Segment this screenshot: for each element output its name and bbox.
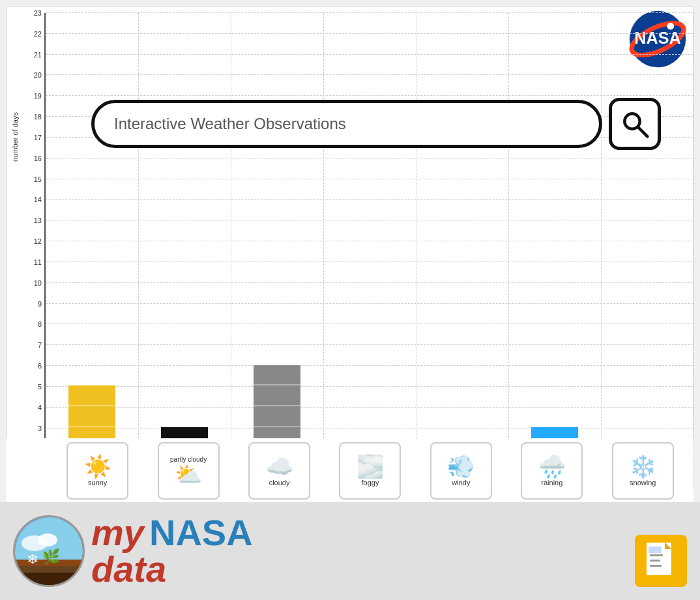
y-label-19: 19 [34,92,42,100]
y-label-22: 22 [34,30,42,38]
logo-circle: ❄ 🌿 [13,515,85,587]
logo-text: my NASA data [91,515,253,588]
weather-icon-box-raining[interactable]: 🌧️raining [521,442,583,500]
weather-icon-label-sunny: sunny [88,479,107,487]
weather-icon-label-raining: raining [541,479,562,487]
weather-icon-item-sunny: ☀️sunny [52,442,143,500]
logo-my: my [91,515,144,551]
bar-line [68,405,115,406]
weather-icon-item-snowing: ❄️snowing [598,442,688,500]
weather-icon-box-partly_cloudy[interactable]: partly cloudy⛅ [158,442,220,500]
weather-emoji-snowing: ❄️ [629,455,656,477]
y-axis-labels: 1234567891011121314151617181920212223 [25,13,43,490]
main-container: NASA number of days 12345678910111213141… [0,0,700,600]
weather-icon-item-foggy: 🌫️foggy [325,442,415,500]
weather-icon-item-partly_cloudy: partly cloudy⛅ [143,442,233,500]
bar-line [254,426,300,427]
svg-rect-9 [15,573,85,587]
bottom-branding: ❄ 🌿 my NASA data [0,502,700,600]
weather-icon-box-sunny[interactable]: ☀️sunny [66,442,128,500]
y-label-8: 8 [38,320,42,328]
my-nasa-data-logo: ❄ 🌿 my NASA data [13,515,253,588]
weather-emoji-sunny: ☀️ [84,455,111,477]
svg-line-5 [638,127,647,136]
bars-container [46,13,693,489]
search-button[interactable] [609,98,661,150]
logo-data: data [91,548,166,590]
weather-icon-box-cloudy[interactable]: ☁️cloudy [248,442,310,500]
weather-icon-item-windy: 💨windy [416,442,506,500]
logo-nasa: NASA [149,515,253,551]
weather-emoji-foggy: 🌫️ [357,455,384,477]
svg-text:❄: ❄ [27,551,38,567]
y-axis-title: number of days [11,112,19,162]
y-label-16: 16 [34,155,42,162]
y-label-6: 6 [38,362,42,370]
y-label-10: 10 [34,279,42,287]
weather-icon-box-foggy[interactable]: 🌫️foggy [339,442,401,500]
weather-emoji-raining: 🌧️ [538,455,566,477]
search-text: Interactive Weather Observations [114,115,346,133]
y-label-21: 21 [34,51,42,59]
y-label-17: 17 [34,134,42,142]
y-label-20: 20 [34,71,42,79]
weather-emoji-partly_cloudy: ⛅ [175,463,202,485]
bar-line [254,405,300,406]
weather-icon-item-cloudy: ☁️cloudy [234,442,325,500]
search-icon [620,110,650,139]
y-label-7: 7 [38,341,42,349]
search-bar[interactable]: Interactive Weather Observations [91,100,602,148]
y-label-5: 5 [38,383,42,391]
y-label-11: 11 [34,258,42,266]
v-grid-line-7 [693,13,694,490]
weather-icon-box-snowing[interactable]: ❄️snowing [612,442,674,500]
y-label-23: 23 [34,9,42,17]
y-label-3: 3 [38,425,42,432]
svg-text:🌿: 🌿 [42,548,61,565]
weather-icon-label-cloudy: cloudy [269,479,290,487]
y-axis-title-container: number of days [8,26,22,248]
svg-rect-21 [650,565,662,567]
y-label-4: 4 [38,404,42,412]
weather-icon-label-windy: windy [452,479,470,487]
y-label-12: 12 [34,237,42,245]
weather-icon-label-snowing: snowing [630,479,656,487]
search-overlay: Interactive Weather Observations [91,98,661,150]
slides-icon [643,541,679,580]
weather-icon-item-raining: 🌧️raining [506,442,597,500]
weather-emoji-cloudy: ☁️ [266,455,293,477]
y-label-13: 13 [34,217,42,224]
svg-point-11 [38,533,57,547]
y-label-18: 18 [34,113,42,121]
weather-emoji-windy: 💨 [447,455,474,477]
weather-icon-label-foggy: foggy [362,479,379,487]
svg-rect-22 [649,547,662,553]
svg-rect-19 [650,554,663,556]
svg-rect-20 [650,560,660,562]
y-label-14: 14 [34,196,42,203]
google-slides-button[interactable] [635,535,687,587]
weather-icon-box-windy[interactable]: 💨windy [430,442,492,500]
weather-icons-row: ☀️sunnypartly cloudy⛅☁️cloudy🌫️foggy💨win… [7,438,693,503]
bar-line [254,384,300,385]
bar-line [68,426,115,427]
y-label-9: 9 [38,300,42,308]
y-label-15: 15 [34,175,42,183]
